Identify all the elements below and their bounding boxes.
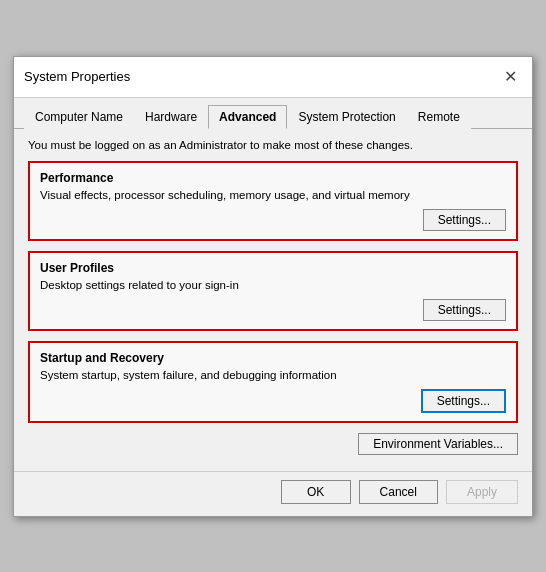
startup-recovery-section: Startup and Recovery System startup, sys…	[28, 341, 518, 423]
user-profiles-footer: Settings...	[40, 299, 506, 321]
tab-remote[interactable]: Remote	[407, 105, 471, 129]
user-profiles-title: User Profiles	[40, 261, 506, 275]
startup-recovery-desc: System startup, system failure, and debu…	[40, 369, 506, 381]
tab-hardware[interactable]: Hardware	[134, 105, 208, 129]
performance-desc: Visual effects, processor scheduling, me…	[40, 189, 506, 201]
ok-button[interactable]: OK	[281, 480, 351, 504]
performance-title: Performance	[40, 171, 506, 185]
startup-recovery-footer: Settings...	[40, 389, 506, 413]
tab-advanced[interactable]: Advanced	[208, 105, 287, 129]
user-profiles-section: User Profiles Desktop settings related t…	[28, 251, 518, 331]
tab-computer-name[interactable]: Computer Name	[24, 105, 134, 129]
admin-notice: You must be logged on as an Administrato…	[28, 139, 518, 151]
startup-recovery-settings-button[interactable]: Settings...	[421, 389, 506, 413]
system-properties-dialog: System Properties ✕ Computer Name Hardwa…	[13, 56, 533, 517]
startup-recovery-title: Startup and Recovery	[40, 351, 506, 365]
environment-variables-button[interactable]: Environment Variables...	[358, 433, 518, 455]
performance-section: Performance Visual effects, processor sc…	[28, 161, 518, 241]
performance-settings-button[interactable]: Settings...	[423, 209, 506, 231]
user-profiles-desc: Desktop settings related to your sign-in	[40, 279, 506, 291]
cancel-button[interactable]: Cancel	[359, 480, 438, 504]
tab-bar: Computer Name Hardware Advanced System P…	[14, 98, 532, 129]
close-button[interactable]: ✕	[498, 65, 522, 89]
user-profiles-settings-button[interactable]: Settings...	[423, 299, 506, 321]
performance-footer: Settings...	[40, 209, 506, 231]
tab-system-protection[interactable]: System Protection	[287, 105, 406, 129]
title-bar: System Properties ✕	[14, 57, 532, 98]
env-row: Environment Variables...	[28, 433, 518, 455]
window-title: System Properties	[24, 69, 130, 84]
apply-button[interactable]: Apply	[446, 480, 518, 504]
dialog-footer: OK Cancel Apply	[14, 471, 532, 516]
tab-content: You must be logged on as an Administrato…	[14, 129, 532, 471]
